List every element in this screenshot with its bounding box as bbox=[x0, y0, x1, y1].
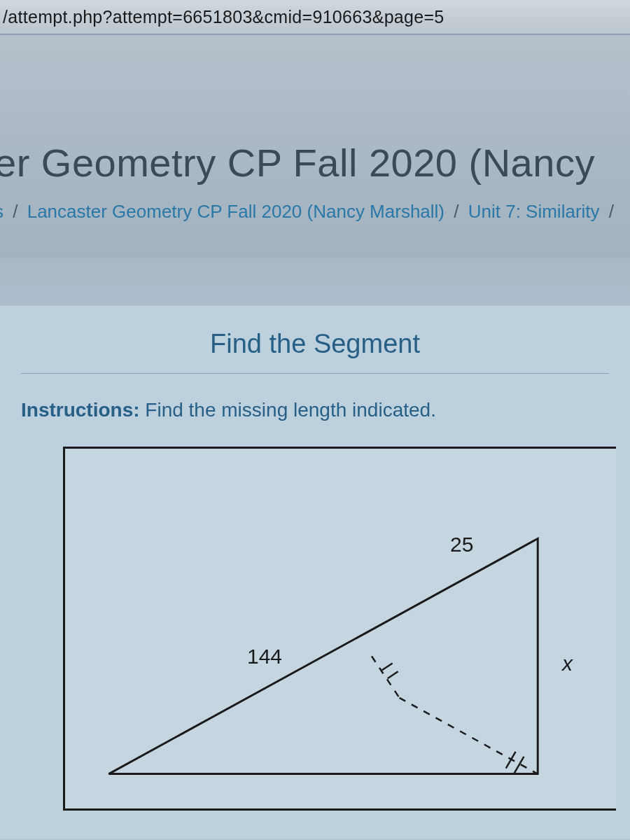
question-divider bbox=[21, 373, 609, 374]
question-instructions: Instructions: Find the missing length in… bbox=[0, 399, 630, 447]
label-unknown-x: x bbox=[562, 652, 573, 676]
question-area: Find the Segment Instructions: Find the … bbox=[0, 307, 630, 839]
label-hypotenuse: 144 bbox=[247, 645, 282, 668]
instructions-label: Instructions: bbox=[21, 399, 140, 421]
url-bar[interactable]: /attempt.php?attempt=6651803&cmid=910663… bbox=[0, 0, 630, 35]
url-text: /attempt.php?attempt=6651803&cmid=910663… bbox=[3, 7, 444, 27]
dashed-segment-upper bbox=[372, 657, 400, 698]
page-content: er Geometry CP Fall 2020 (Nancy s / Lanc… bbox=[0, 35, 630, 839]
triangle-diagram bbox=[65, 449, 616, 808]
tick-mark bbox=[382, 663, 393, 670]
instructions-text: Find the missing length indicated. bbox=[140, 399, 436, 421]
breadcrumb-course[interactable]: Lancaster Geometry CP Fall 2020 (Nancy M… bbox=[27, 201, 444, 222]
dashed-segment-lower bbox=[400, 698, 538, 774]
question-title: Find the Segment bbox=[0, 307, 630, 373]
breadcrumb-sep: / bbox=[605, 201, 618, 222]
label-top-segment: 25 bbox=[450, 533, 473, 556]
breadcrumb-sep: / bbox=[449, 201, 463, 222]
breadcrumb-root[interactable]: s bbox=[0, 201, 4, 222]
geometry-figure: 144 25 x bbox=[63, 447, 616, 811]
breadcrumb-sep: / bbox=[8, 201, 22, 222]
header-band bbox=[0, 258, 630, 307]
breadcrumb: s / Lancaster Geometry CP Fall 2020 (Nan… bbox=[0, 198, 630, 244]
tick-mark bbox=[388, 671, 398, 678]
page-title: er Geometry CP Fall 2020 (Nancy bbox=[0, 35, 630, 198]
breadcrumb-unit[interactable]: Unit 7: Similarity bbox=[468, 201, 600, 222]
